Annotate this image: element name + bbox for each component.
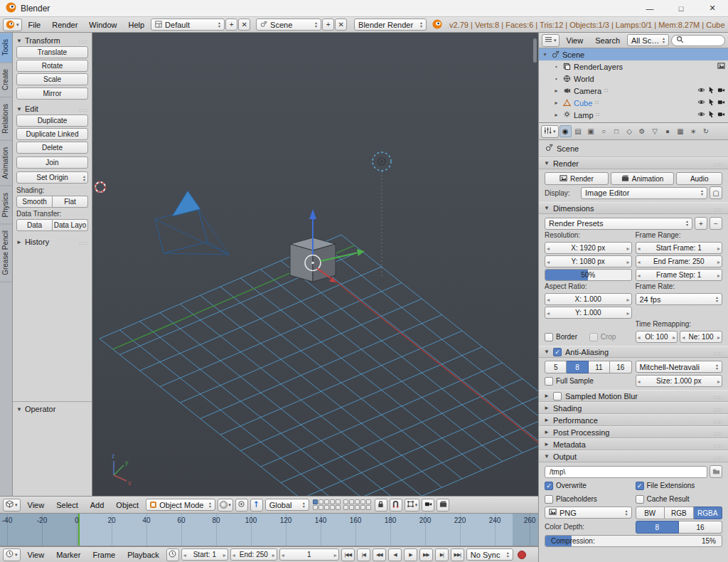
add-scene-button[interactable]: + [322,18,334,31]
frame-rate-selector[interactable]: 24 fps [636,293,723,305]
layer-toggle[interactable] [343,505,348,510]
tab-relations[interactable]: Relations [0,97,12,141]
border-checkbox[interactable]: Border [545,331,587,343]
playback-button-0[interactable]: |◀◀ [341,548,355,561]
renderability-icon[interactable] [717,62,725,71]
selectability-cursor-icon[interactable] [707,86,715,95]
rotate-button[interactable]: Rotate [16,60,88,72]
aa-filter-selector[interactable]: Mitchell-Netravali [636,361,723,373]
aa-samples-16[interactable]: 16 [610,361,631,373]
tab-physics[interactable]: Physics [0,186,12,224]
properties-tab-object[interactable]: □ [611,125,623,137]
timeline-menu-marker[interactable]: Marker [51,551,85,559]
editor-type-button-3dview[interactable]: ▾ [3,499,21,511]
layer-toggle[interactable] [324,505,329,510]
visibility-eye-icon[interactable] [697,110,705,120]
motion-blur-checkbox[interactable] [553,392,562,401]
performance-panel-header[interactable]: ► Performance [539,414,728,426]
timeline-menu-playback[interactable]: Playback [122,551,164,559]
delete-scene-button[interactable]: ✕ [335,18,347,31]
output-path-field[interactable]: /tmp\ [545,466,707,478]
outliner-row-camera[interactable]: ▸ Camera ∷ [539,85,728,97]
end-frame-setting[interactable]: End Frame: 250 [636,255,723,267]
panel-grip-icon[interactable] [714,204,723,213]
render-animation-button[interactable]: Animation [611,172,675,185]
file-extensions-checkbox[interactable]: File Extensions [636,479,723,492]
outliner-menu-search[interactable]: Search [590,36,625,45]
selectability-cursor-icon[interactable] [707,98,715,107]
aa-samples-5[interactable]: 5 [545,361,567,373]
panel-grip-icon[interactable] [714,416,723,425]
delete-button[interactable]: Delete [16,142,88,154]
placeholders-checkbox[interactable]: Placeholders [545,493,632,505]
sampled-motion-blur-panel-header[interactable]: ► Sampled Motion Blur [539,390,728,402]
manipulator-button[interactable] [250,499,263,511]
properties-tab-scene[interactable]: ▣ [585,125,597,137]
tab-create[interactable]: Create [0,63,12,97]
viewport-shading-button[interactable]: ▾ [218,499,233,511]
lock-to-scene-button[interactable] [375,499,387,511]
menu-file[interactable]: File [23,21,46,29]
playback-button-6[interactable]: ▶| [435,548,449,561]
color-mode-bw[interactable]: BW [636,507,665,519]
renderability-camera-icon[interactable] [717,86,725,95]
layer-toggle[interactable] [349,505,354,510]
layer-toggle[interactable] [330,505,335,510]
expand-icon[interactable]: ▸ [553,100,560,106]
shading-panel-header[interactable]: ► Shading [539,402,728,414]
renderability-camera-icon[interactable] [717,98,725,107]
properties-tab-object-data[interactable]: ▽ [649,125,661,137]
remap-old-field[interactable]: Ol: 100 [636,331,678,343]
set-origin-button[interactable]: Set Origin [16,171,88,184]
anti-aliasing-checkbox[interactable] [553,348,562,356]
properties-tab-modifiers[interactable]: ⚙ [636,125,648,137]
operator-panel-header[interactable]: ▼ Operator [16,403,88,415]
display-selector[interactable]: Image Editor [581,187,707,199]
compression-slider[interactable]: Compression: 15% [545,535,722,547]
color-mode-rgba[interactable]: RGBA [694,507,723,519]
post-processing-panel-header[interactable]: ► Post Processing [539,426,728,438]
metadata-panel-header[interactable]: ► Metadata [539,438,728,450]
layer-toggle[interactable] [366,505,371,510]
viewport-menu-select[interactable]: Select [51,501,83,509]
snap-element-button[interactable]: ▾ [405,499,420,511]
color-mode-rgb[interactable]: RGB [665,507,694,519]
panel-grip-icon[interactable] [714,404,723,413]
tab-tools[interactable]: Tools [0,33,12,63]
render-presets-selector[interactable]: Render Presets [545,218,692,230]
aspect-x-field[interactable]: X: 1.000 [545,293,632,305]
properties-tab-constraints[interactable]: ◇ [623,125,636,137]
panel-grip-icon[interactable] [714,348,723,356]
playback-button-7[interactable]: ▶▶| [451,548,464,561]
output-panel-header[interactable]: ▼ Output [539,450,728,462]
renderability-camera-icon[interactable] [717,110,725,120]
minimize-button[interactable]: — [634,0,665,16]
start-frame-setting[interactable]: Start Frame: 1 [636,242,723,254]
outliner-row-world[interactable]: • World [539,73,728,85]
full-sample-checkbox[interactable]: Full Sample [545,375,632,387]
outliner-menu-view[interactable]: View [562,36,589,45]
timeline-menu-view[interactable]: View [23,551,50,559]
translate-button[interactable]: Translate [16,46,88,58]
pivot-center-button[interactable] [235,499,248,511]
cursor-3d[interactable] [92,179,108,195]
snap-toggle-button[interactable] [390,499,402,511]
layer-toggle[interactable] [330,499,335,504]
shade-smooth-button[interactable]: Smooth [16,196,53,208]
color-depth-16[interactable]: 16 [679,521,722,534]
outliner-row-cube[interactable]: ▸ Cube ∷ [539,97,728,109]
lamp-object[interactable] [373,152,391,277]
display-popout-button[interactable]: ▢ [710,186,722,199]
panel-grip-icon[interactable] [714,452,723,461]
tab-grease-pencil[interactable]: Grease Pencil [0,224,12,282]
panel-grip-icon[interactable] [79,105,88,113]
layer-toggle[interactable] [343,499,348,504]
mirror-button[interactable]: Mirror [16,88,88,100]
panel-grip-icon[interactable] [714,440,723,449]
layer-toggle[interactable] [355,505,360,510]
duplicate-button[interactable]: Duplicate [16,115,88,127]
cache-result-checkbox[interactable]: Cache Result [636,493,723,505]
properties-tab-render[interactable]: ◉ [560,125,572,137]
outliner-row-renderlayers[interactable]: • RenderLayers [539,60,728,73]
duplicate-linked-button[interactable]: Duplicate Linked [16,128,88,140]
